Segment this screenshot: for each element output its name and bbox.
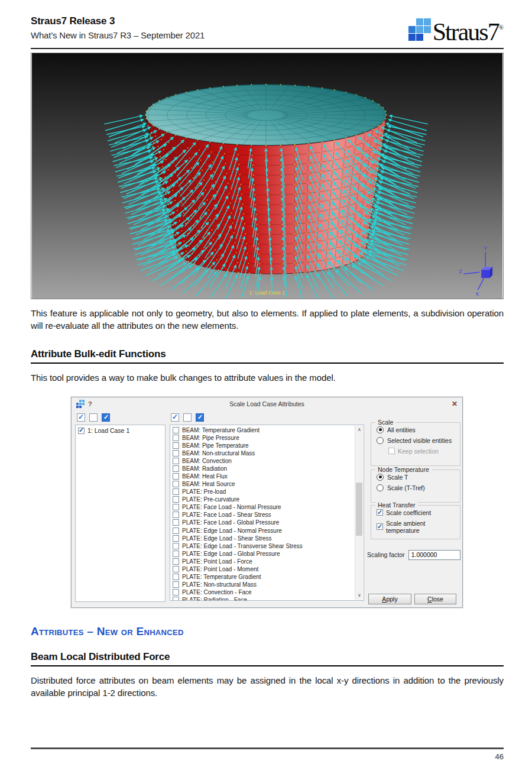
help-icon[interactable]: ? [88,400,92,407]
attribute-row[interactable]: PLATE: Point Load - Force [173,558,353,565]
option-label: Keep selection [398,448,439,455]
attribute-row[interactable]: BEAM: Pipe Temperature [173,442,353,449]
uncheck-all-icon[interactable] [183,413,192,422]
attribute-row[interactable]: PLATE: Point Load - Moment [173,565,353,573]
close-button[interactable]: Close [414,594,456,604]
attribute-checkbox[interactable] [173,488,179,495]
attribute-checkbox[interactable] [173,551,179,557]
toggle-check-icon[interactable] [196,413,204,422]
attribute-checkbox[interactable] [173,442,179,449]
attribute-label: PLATE: Edge Load - Transverse Shear Stre… [182,543,303,549]
checkbox-icon[interactable] [377,509,383,516]
checkbox-keep-selection[interactable]: Keep selection [388,448,460,455]
straus7-dialog-icon [76,400,85,408]
attribute-row[interactable]: PLATE: Face Load - Normal Pressure [173,503,353,511]
attribute-row[interactable]: BEAM: Non-structural Mass [173,449,353,457]
load-case-checkbox[interactable] [78,428,85,434]
attribute-row[interactable]: PLATE: Temperature Gradient [173,573,353,581]
attribute-row[interactable]: BEAM: Pipe Pressure [173,434,353,442]
attribute-checkbox[interactable] [173,473,179,480]
radio-icon[interactable] [377,484,384,491]
toggle-check-icon[interactable] [102,413,110,422]
checkbox-icon[interactable] [388,448,395,454]
attribute-row[interactable]: BEAM: Heat Flux [173,472,353,480]
attribute-checkbox[interactable] [173,458,179,464]
radio-icon[interactable] [377,474,384,481]
attribute-checkbox[interactable] [173,535,179,542]
attribute-checkbox[interactable] [173,504,179,510]
attribute-checkbox[interactable] [173,581,179,588]
attribute-row[interactable]: BEAM: Heat Source [173,480,353,488]
dialog-titlebar[interactable]: ? Scale Load Case Attributes ✕ [72,397,462,410]
attribute-checkbox[interactable] [173,465,179,472]
attribute-checkbox[interactable] [173,427,179,433]
radio-icon[interactable] [377,426,384,433]
attribute-checkbox[interactable] [173,543,179,549]
footer-divider [31,747,504,749]
attribute-checkbox[interactable] [173,558,179,565]
attribute-row[interactable]: BEAM: Convection [173,457,353,465]
attribute-label: PLATE: Non-structural Mass [182,581,257,588]
attribute-label: PLATE: Edge Load - Normal Pressure [182,527,282,534]
section-heading-attributes-new: Attributes – New or Enhanced [31,625,504,638]
attribute-label: PLATE: Radiation - Face [182,597,247,601]
attribute-row[interactable]: PLATE: Face Load - Global Pressure [173,519,353,526]
load-case-caption: 1: Load Case 1 [249,290,286,296]
attribute-label: BEAM: Convection [182,458,232,464]
attribute-checkbox[interactable] [173,527,179,534]
close-icon[interactable]: ✕ [452,400,458,408]
checkbox-icon[interactable] [377,523,383,530]
attribute-list: BEAM: Temperature Gradient BEAM: Pipe Pr… [170,425,364,601]
attribute-label: PLATE: Face Load - Global Pressure [182,519,279,526]
option-label: Scale coefficient [386,509,431,516]
scaling-factor-input[interactable] [408,550,460,560]
attribute-row[interactable]: PLATE: Pre-curvature [173,496,353,503]
attribute-row[interactable]: BEAM: Temperature Gradient [173,426,353,434]
beam-force-paragraph: Distributed force attributes on beam ele… [31,674,504,700]
load-case-toolbar [77,413,114,422]
attribute-checkbox[interactable] [173,512,179,518]
attribute-scrollbar[interactable]: ∧ ∨ [355,426,363,600]
attribute-row[interactable]: PLATE: Radiation - Face [173,596,353,601]
attribute-row[interactable]: PLATE: Pre-load [173,488,353,496]
option-label: Scale ambient temperature [386,520,460,534]
attribute-checkbox[interactable] [173,435,179,441]
attribute-checkbox[interactable] [173,589,179,595]
radio-icon[interactable] [377,437,384,444]
attribute-row[interactable]: PLATE: Edge Load - Global Pressure [173,550,353,558]
check-all-icon[interactable] [171,413,179,422]
attribute-label: PLATE: Face Load - Normal Pressure [182,504,281,510]
attribute-row[interactable]: PLATE: Face Load - Shear Stress [173,511,353,519]
attribute-label: PLATE: Edge Load - Shear Stress [182,535,272,542]
attribute-row[interactable]: PLATE: Convection - Face [173,588,353,596]
logo-wordmark: Straus7® [433,17,504,43]
radio-selected-visible-entities[interactable]: Selected visible entities [377,437,460,444]
attribute-checkbox[interactable] [173,450,179,457]
option-label: Selected visible entities [387,437,452,444]
attribute-checkbox[interactable] [173,519,179,526]
radio-all-entities[interactable]: All entities [377,426,460,433]
scroll-up-icon[interactable]: ∧ [355,426,364,434]
attribute-checkbox[interactable] [173,566,179,572]
scrollbar-thumb[interactable] [356,483,362,536]
attribute-checkbox[interactable] [173,496,179,503]
apply-button[interactable]: Apply [368,594,411,604]
attribute-checkbox[interactable] [173,574,179,580]
checkbox-scale-coefficient[interactable]: Scale coefficient [377,509,460,516]
attribute-checkbox[interactable] [173,481,179,487]
check-all-icon[interactable] [77,413,85,422]
attribute-row[interactable]: BEAM: Radiation [173,465,353,472]
attribute-checkbox[interactable] [173,597,179,601]
attribute-row[interactable]: PLATE: Edge Load - Shear Stress [173,535,353,542]
load-case-label: 1: Load Case 1 [87,427,129,434]
radio-scale-t[interactable]: Scale T [377,474,460,481]
checkbox-scale-ambient-temperature[interactable]: Scale ambient temperature [377,520,460,534]
load-case-row[interactable]: 1: Load Case 1 [78,427,163,435]
uncheck-all-icon[interactable] [89,413,98,422]
scroll-down-icon[interactable]: ∨ [355,591,364,600]
radio-scale-t-tref[interactable]: Scale (T-Tref) [377,484,460,491]
attribute-row[interactable]: PLATE: Non-structural Mass [173,581,353,588]
attribute-row[interactable]: PLATE: Edge Load - Transverse Shear Stre… [173,542,353,550]
model-viewport-image: 1: Load Case 1 Y Z X [31,53,504,299]
attribute-row[interactable]: PLATE: Edge Load - Normal Pressure [173,527,353,535]
